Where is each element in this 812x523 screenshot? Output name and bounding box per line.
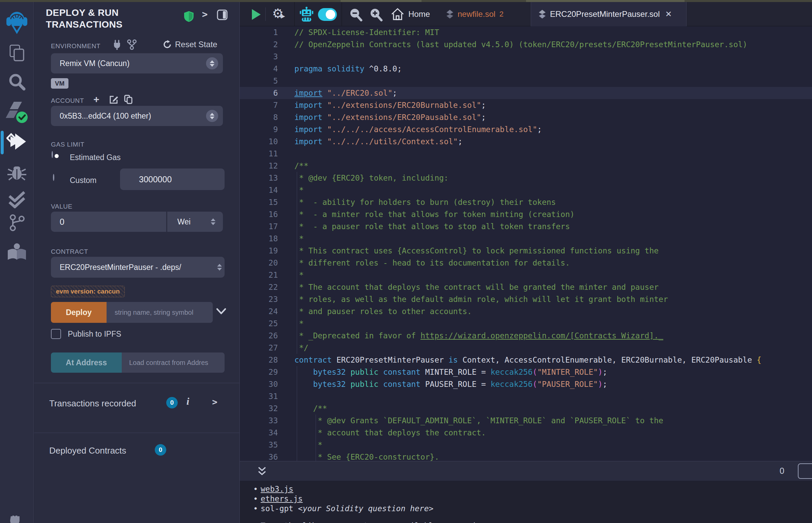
code-line-17[interactable]: 17 * - a pauser role that allows to stop… (240, 220, 812, 233)
estimated-gas-radio[interactable] (52, 151, 53, 158)
info-icon[interactable]: i (187, 396, 189, 407)
script-config-gear-icon[interactable]: ⚙▶ (272, 6, 284, 21)
line-number[interactable]: 7 (240, 99, 285, 111)
file-explorer-icon[interactable] (0, 43, 33, 62)
publish-ipfs-checkbox[interactable] (51, 329, 61, 339)
line-number[interactable]: 20 (240, 257, 285, 269)
git-icon[interactable] (0, 213, 33, 233)
code-line-33[interactable]: 33 * @dev Grants `DEFAULT_ADMIN_ROLE`, `… (240, 414, 812, 427)
code-line-5[interactable]: 5 (240, 75, 812, 87)
line-number[interactable]: 26 (240, 329, 285, 342)
code-line-34[interactable]: 34 * account that deploys the contract. (240, 427, 812, 439)
line-number[interactable]: 17 (240, 220, 285, 233)
line-number[interactable]: 6 (240, 87, 285, 99)
deploy-and-run-icon[interactable] (0, 132, 33, 151)
line-number[interactable]: 25 (240, 318, 285, 329)
line-number[interactable]: 12 (240, 160, 285, 172)
line-number[interactable]: 2 (240, 38, 285, 51)
code-line-27[interactable]: 27 */ (240, 342, 812, 354)
line-number[interactable]: 4 (240, 63, 285, 75)
line-number[interactable]: 11 (240, 148, 285, 160)
code-line-21[interactable]: 21 * (240, 269, 812, 281)
custom-gas-input[interactable] (120, 168, 225, 190)
zoom-in-icon[interactable] (369, 7, 384, 23)
code-line-15[interactable]: 15 * - ability for holders to burn (dest… (240, 196, 812, 208)
collapse-panel-icon[interactable]: > (202, 9, 208, 20)
shield-icon[interactable] (184, 11, 194, 23)
line-number[interactable]: 36 (240, 451, 285, 461)
line-number[interactable]: 29 (240, 366, 285, 378)
solidity-compiler-icon[interactable] (0, 101, 33, 125)
contract-select[interactable]: ERC20PresetMinterPauser - .deps/ (51, 257, 225, 278)
value-input[interactable] (51, 212, 166, 232)
line-number[interactable]: 31 (240, 390, 285, 402)
tab-erc20presetminterpauser[interactable]: ERC20PresetMinterPauser.sol ✕ (531, 2, 687, 26)
code-line-1[interactable]: 1// SPDX-License-Identifier: MIT (240, 26, 812, 38)
line-number[interactable]: 3 (240, 51, 285, 63)
code-line-8[interactable]: 8import "../extensions/ERC20Pausable.sol… (240, 111, 812, 123)
expand-transactions-icon[interactable]: > (212, 397, 217, 407)
remix-logo-icon[interactable] (0, 8, 33, 37)
code-line-25[interactable]: 25 * (240, 318, 812, 329)
pin-panel-icon[interactable] (217, 10, 228, 22)
deploy-args-input[interactable] (107, 302, 213, 323)
line-number[interactable]: 13 (240, 172, 285, 184)
line-number[interactable]: 33 (240, 414, 285, 427)
code-line-32[interactable]: 32 /** (240, 402, 812, 414)
code-line-9[interactable]: 9import "../../../access/AccessControlEn… (240, 123, 812, 136)
home-tab-label[interactable]: Home (408, 10, 430, 19)
code-line-24[interactable]: 24 * and pauser roles to other accounts. (240, 305, 812, 318)
line-number[interactable]: 24 (240, 305, 285, 318)
line-number[interactable]: 23 (240, 293, 285, 305)
copy-account-icon[interactable] (124, 94, 133, 106)
line-number[interactable]: 21 (240, 269, 285, 281)
line-number[interactable]: 9 (240, 123, 285, 136)
ai-copilot-robot-icon[interactable] (299, 7, 314, 23)
code-line-28[interactable]: 28contract ERC20PresetMinterPauser is Co… (240, 354, 812, 366)
line-number[interactable]: 28 (240, 354, 285, 366)
code-line-12[interactable]: 12/** (240, 160, 812, 172)
terminal-search-input[interactable] (798, 463, 812, 479)
line-number[interactable]: 16 (240, 208, 285, 220)
code-line-10[interactable]: 10import "../../../utils/Context.sol"; (240, 136, 812, 148)
line-number[interactable]: 22 (240, 281, 285, 293)
run-script-icon[interactable] (251, 9, 261, 22)
line-number[interactable]: 30 (240, 378, 285, 390)
code-line-6[interactable]: 6import "../ERC20.sol"; (240, 87, 812, 99)
code-line-23[interactable]: 23 * roles, as well as the default admin… (240, 293, 812, 305)
at-address-input[interactable] (122, 353, 225, 373)
zoom-out-icon[interactable] (348, 7, 363, 23)
code-line-20[interactable]: 20 * different roles - head to its docum… (240, 257, 812, 269)
close-tab-icon[interactable]: ✕ (665, 10, 672, 19)
code-line-16[interactable]: 16 * - a minter role that allows for tok… (240, 208, 812, 220)
code-line-13[interactable]: 13 * @dev {ERC20} token, including: (240, 172, 812, 184)
code-line-36[interactable]: 36 * See {ERC20-constructor}. (240, 451, 812, 461)
learneth-icon[interactable] (0, 242, 33, 262)
terminal-output[interactable]: •web3.js •ethers.js •sol-gpt <your Solid… (240, 482, 812, 523)
deploy-button[interactable]: Deploy (51, 302, 107, 323)
code-line-4[interactable]: 4pragma solidity ^0.8.0; (240, 63, 812, 75)
home-icon[interactable] (391, 7, 404, 22)
tab-newfile[interactable]: newfile.sol 2 (439, 2, 526, 26)
code-line-30[interactable]: 30 bytes32 public constant PAUSER_ROLE =… (240, 378, 812, 390)
code-line-31[interactable]: 31 (240, 390, 812, 402)
code-line-14[interactable]: 14 * (240, 184, 812, 196)
terminal-collapse-icon[interactable] (257, 466, 267, 478)
code-line-26[interactable]: 26 * _Deprecated in favor of https://wiz… (240, 329, 812, 342)
unit-testing-icon[interactable] (0, 191, 33, 209)
code-line-19[interactable]: 19 * This contract uses {AccessControl} … (240, 245, 812, 257)
line-number[interactable]: 18 (240, 233, 285, 245)
at-address-button[interactable]: At Address (51, 353, 122, 373)
code-line-29[interactable]: 29 bytes32 public constant MINTER_ROLE =… (240, 366, 812, 378)
search-icon[interactable] (0, 72, 33, 92)
code-line-3[interactable]: 3 (240, 51, 812, 63)
ethersjs-link[interactable]: ethers.js (261, 494, 303, 503)
value-unit-select[interactable]: Wei (167, 212, 223, 232)
debugger-icon[interactable] (0, 163, 33, 182)
create-account-icon[interactable]: + (93, 94, 100, 105)
code-line-18[interactable]: 18 * (240, 233, 812, 245)
reset-state-button[interactable]: Reset State (163, 40, 217, 49)
line-number[interactable]: 15 (240, 196, 285, 208)
environment-select[interactable]: Remix VM (Cancun) (51, 53, 223, 73)
fork-environment-icon[interactable] (126, 39, 137, 51)
